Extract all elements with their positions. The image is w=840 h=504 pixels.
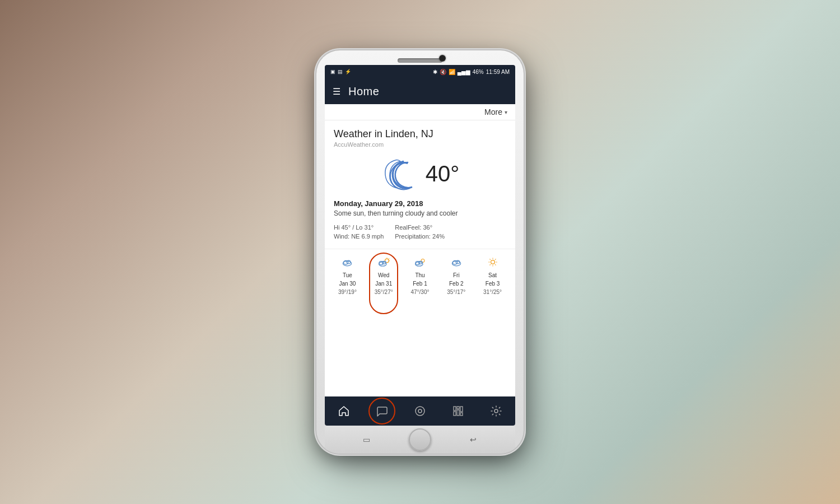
svg-rect-31 (454, 412, 456, 416)
svg-rect-28 (454, 407, 456, 410)
thu-temp: 47°/30° (410, 289, 429, 295)
scene: ▣ ▤ ⚡ ✱ 🔇 📶 ▄▅▆ 46% 11:59 AM ☰ Home (0, 0, 840, 504)
sat-name: Sat (488, 272, 497, 278)
svg-point-27 (418, 409, 422, 413)
svg-rect-33 (460, 413, 463, 416)
thu-name: Thu (415, 272, 424, 278)
wifi-icon: 📶 (449, 69, 455, 75)
dashboard-icon (452, 405, 464, 417)
partly-cloudy-icon-wed (377, 257, 390, 270)
home-icon (338, 405, 350, 417)
cloudy-icon-fri (450, 257, 463, 270)
mute-icon: 🔇 (440, 69, 446, 75)
hardware-home-button[interactable] (409, 428, 431, 451)
svg-line-25 (489, 264, 490, 265)
wind-info: Wind: NE 6.9 mph (334, 233, 384, 240)
svg-point-26 (416, 407, 424, 416)
back-icon: ↩ (470, 435, 477, 444)
nav-chat[interactable] (363, 396, 401, 426)
chat-icon (376, 405, 388, 417)
svg-point-17 (491, 260, 494, 264)
cloudy-icon-tue (341, 257, 353, 270)
hi-lo-temp: Hi 45° / Lo 31° (334, 224, 384, 231)
svg-rect-32 (457, 410, 459, 416)
app-title: Home (348, 85, 379, 98)
more-button[interactable]: More ▾ (484, 108, 507, 116)
weather-content: Weather in Linden, NJ AccuWeather.com 40… (325, 120, 515, 396)
bottom-navigation (325, 396, 515, 426)
weather-condition: Some sun, then turning cloudy and cooler (334, 209, 506, 217)
phone-hardware-bottom: ▭ ↩ (325, 426, 515, 454)
moon-icon (381, 157, 414, 190)
svg-line-23 (495, 264, 496, 265)
tue-temp: 39°/19° (338, 289, 357, 295)
front-camera (439, 55, 446, 62)
svg-rect-30 (460, 407, 463, 412)
app-bar: ☰ Home (325, 78, 515, 104)
more-bar: More ▾ (325, 104, 515, 120)
current-temperature: 40° (426, 161, 460, 186)
fri-name: Fri (453, 272, 460, 278)
recent-apps-icon: ▭ (363, 435, 370, 444)
chevron-down-icon: ▾ (505, 109, 507, 115)
wed-date: Jan 31 (375, 281, 392, 287)
forecast-strip: Tue Jan 30 39°/19° (325, 249, 515, 300)
thu-date: Feb 1 (413, 281, 427, 287)
phone-device: ▣ ▤ ⚡ ✱ 🔇 📶 ▄▅▆ 46% 11:59 AM ☰ Home (316, 50, 524, 454)
wed-name: Wed (378, 272, 389, 278)
more-label: More (484, 108, 502, 116)
partly-cloudy-icon-thu (414, 257, 426, 270)
flash-icon: ⚡ (345, 69, 351, 74)
svg-line-5 (389, 258, 389, 259)
clipboard-icon: ▤ (338, 69, 343, 74)
recent-apps-button[interactable]: ▭ (359, 432, 375, 447)
weather-source: AccuWeather.com (334, 141, 506, 148)
fri-temp: 35°/17° (447, 289, 465, 295)
weather-details: Hi 45° / Lo 31° Wind: NE 6.9 mph RealFee… (334, 224, 506, 240)
time-text: 11:59 AM (486, 69, 510, 75)
battery-text: 46% (473, 69, 484, 75)
nav-dashboard[interactable] (439, 396, 477, 426)
current-weather-display: 40° (334, 157, 506, 190)
alexa-icon (414, 405, 426, 417)
forecast-tue: Tue Jan 30 39°/19° (329, 255, 366, 300)
nav-settings[interactable] (477, 396, 515, 426)
forecast-fri: Fri Feb 2 35°/17° (438, 255, 474, 300)
status-right-icons: ✱ 🔇 📶 ▄▅▆ 46% 11:59 AM (433, 69, 510, 75)
svg-point-34 (494, 409, 498, 413)
sat-temp: 31°/25° (483, 289, 502, 295)
svg-line-24 (495, 259, 496, 259)
menu-button[interactable]: ☰ (333, 86, 340, 97)
realfeel: RealFeel: 36° (395, 224, 445, 231)
tue-name: Tue (343, 272, 352, 278)
forecast-wed: Wed Jan 31 35°/27° (366, 255, 402, 300)
nav-alexa[interactable] (401, 396, 439, 426)
fri-date: Feb 2 (449, 281, 464, 287)
speaker-grill (398, 58, 442, 63)
sunny-icon-sat (487, 257, 499, 270)
settings-icon (490, 405, 502, 417)
sim-icon: ▣ (330, 69, 335, 74)
bluetooth-icon: ✱ (433, 69, 437, 75)
signal-icon: ▄▅▆ (458, 69, 470, 75)
svg-line-22 (489, 259, 490, 259)
sat-date: Feb 3 (486, 281, 500, 287)
detail-col-right: RealFeel: 36° Precipitation: 24% (395, 224, 445, 240)
status-left-icons: ▣ ▤ ⚡ (330, 69, 351, 74)
detail-col-left: Hi 45° / Lo 31° Wind: NE 6.9 mph (334, 224, 384, 240)
svg-point-10 (421, 259, 424, 263)
phone-screen: ▣ ▤ ⚡ ✱ 🔇 📶 ▄▅▆ 46% 11:59 AM ☰ Home (325, 65, 515, 426)
forecast-thu: Thu Feb 1 47°/30° (402, 255, 438, 300)
forecast-sat: Sat Feb 3 31°/25° (474, 255, 511, 300)
svg-rect-29 (457, 407, 459, 409)
nav-home[interactable] (325, 396, 363, 426)
weather-location: Weather in Linden, NJ (334, 128, 506, 140)
back-button[interactable]: ↩ (465, 432, 481, 447)
tue-date: Jan 30 (339, 281, 356, 287)
weather-date: Monday, January 29, 2018 (334, 199, 506, 208)
precipitation: Precipitation: 24% (395, 233, 445, 240)
status-bar: ▣ ▤ ⚡ ✱ 🔇 📶 ▄▅▆ 46% 11:59 AM (325, 65, 515, 78)
wed-temp: 35°/27° (375, 289, 393, 295)
